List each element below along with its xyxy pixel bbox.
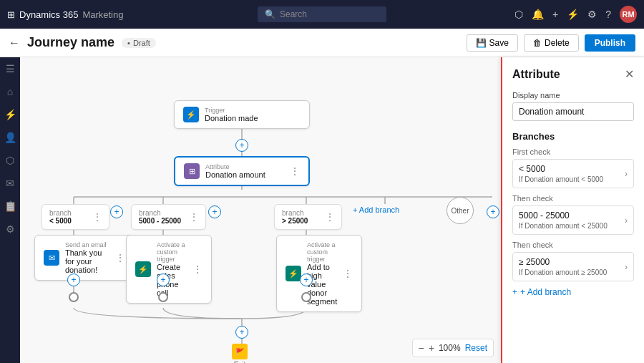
plus-below-3[interactable]: + [300, 274, 313, 286]
then-check-label-1: Then check [512, 194, 634, 203]
end-circle-1 [69, 292, 79, 302]
display-name-label: Display name [512, 91, 634, 100]
trigger-name: Donation made [205, 114, 258, 122]
add-branch-panel-btn[interactable]: + + Add branch [512, 287, 634, 297]
help-icon[interactable]: ? [605, 9, 611, 20]
sidebar-people-icon[interactable]: 👤 [4, 132, 16, 143]
add-after-trigger[interactable]: + [235, 139, 248, 152]
branch-sub-2: If Donation amount < 25000 [519, 222, 608, 230]
save-button[interactable]: 💾 Save [467, 34, 518, 52]
display-name-input[interactable] [512, 102, 634, 121]
trigger-node-2[interactable]: ⚡ Activate a custom trigger Add to high … [276, 235, 362, 312]
top-nav: ⊞ Dynamics 365 Marketing 🔍 Search ⬡ 🔔 + … [0, 0, 644, 29]
branch-chevron-3: › [625, 262, 628, 272]
email-node-type: Send an email [65, 241, 109, 248]
sidebar-menu-icon[interactable]: ☰ [6, 63, 15, 74]
search-placeholder: Search [280, 9, 307, 19]
trash-icon: 🗑 [533, 38, 542, 48]
branch-cond-1: < 5000 [519, 164, 603, 174]
email-node[interactable]: ✉ Send an email Thank you for your donat… [34, 235, 135, 281]
trigger-node-1-icon: ⚡ [135, 261, 151, 277]
search-bar[interactable]: 🔍 Search [258, 6, 386, 22]
add-branch-canvas-btn[interactable]: + Add branch [353, 205, 399, 214]
zoom-level: 100% [439, 343, 461, 353]
draft-label: Draft [133, 39, 150, 47]
sidebar-segments-icon[interactable]: ⬡ [6, 155, 14, 166]
plus-branch-2-right[interactable]: + [208, 205, 221, 218]
avatar[interactable]: RM [620, 6, 637, 23]
branch-box-3[interactable]: branch > 25000 ⋮ [274, 204, 342, 230]
sidebar-settings-icon[interactable]: ⚙ [6, 223, 15, 235]
branch-sub-1: If Donation amount < 5000 [519, 175, 603, 183]
sidebar-email-icon[interactable]: ✉ [6, 178, 14, 189]
filter-icon[interactable]: ⚡ [567, 9, 579, 20]
branch-check-1[interactable]: < 5000 If Donation amount < 5000 › [512, 159, 634, 188]
branch-box-2[interactable]: branch 5000 - 25000 ⋮ [131, 204, 206, 230]
end-circle-3 [301, 292, 311, 302]
save-icon: 💾 [476, 38, 487, 48]
page-title: Journey name [27, 35, 114, 50]
branch-more-3[interactable]: ⋮ [326, 212, 334, 222]
trigger-type-label: Trigger [205, 107, 258, 114]
panel-close-button[interactable]: ✕ [625, 67, 634, 81]
plus-icon[interactable]: + [552, 9, 558, 20]
branch-more-2[interactable]: ⋮ [190, 212, 198, 222]
attribute-name: Donation amount [205, 170, 265, 179]
email-more-btn[interactable]: ⋮ [115, 252, 125, 263]
plus-center[interactable]: + [235, 326, 248, 339]
app-name: Dynamics 365 [19, 9, 78, 20]
trigger-2-more[interactable]: ⋮ [343, 268, 353, 279]
trigger-node-2-icon: ⚡ [286, 266, 301, 281]
trigger-node[interactable]: ⚡ Trigger Donation made [174, 100, 310, 129]
zoom-controls: − + 100% Reset [412, 339, 494, 357]
trigger-1-more[interactable]: ⋮ [192, 263, 203, 275]
other-bubble: Other [447, 197, 474, 224]
attribute-icon: ⊞ [184, 163, 200, 179]
sidebar-home-icon[interactable]: ⌂ [7, 86, 13, 97]
breadcrumb-bar: ← Journey name • Draft 💾 Save 🗑 Delete P… [0, 29, 644, 57]
branch-check-3[interactable]: ≥ 25000 If Donation amount ≥ 25000 › [512, 252, 634, 281]
add-branch-label: + Add branch [520, 287, 571, 297]
exit-icon: 🚩 [232, 344, 248, 359]
add-branch-icon: + [512, 287, 517, 297]
other-label: Other [451, 207, 469, 215]
plus-below-2[interactable]: + [157, 274, 170, 286]
app-module: Marketing [82, 9, 123, 20]
attribute-node[interactable]: ⊞ Attribute Donation amount ⋮ [174, 156, 310, 186]
main-layout: ☰ ⌂ ⚡ 👤 ⬡ ✉ 📋 ⚙ [0, 57, 644, 363]
attribute-type-label: Attribute [205, 163, 265, 170]
plus-below-1[interactable]: + [67, 274, 80, 286]
sidebar-journey-icon[interactable]: ⚡ [4, 109, 16, 120]
bell-icon[interactable]: 🔔 [532, 9, 544, 20]
delete-button[interactable]: 🗑 Delete [524, 34, 579, 52]
branch-chevron-2: › [625, 216, 628, 226]
branch-box-1[interactable]: branch < 5000 ⋮ [42, 204, 109, 230]
email-node-icon: ✉ [44, 250, 59, 266]
settings-icon[interactable]: ⚙ [587, 9, 597, 20]
trigger-node-1-type: Activate a custom trigger [157, 241, 187, 263]
trigger-node-1[interactable]: ⚡ Activate a custom trigger Create sales… [126, 235, 212, 304]
nav-icons: ⬡ 🔔 + ⚡ ⚙ ? RM [514, 6, 637, 23]
attribute-more-btn[interactable]: ⋮ [290, 165, 300, 177]
reset-button[interactable]: Reset [465, 343, 487, 353]
trigger-node-2-type: Activate a custom trigger [307, 241, 337, 263]
branch-more-1[interactable]: ⋮ [93, 212, 102, 222]
branch-chevron-1: › [625, 169, 628, 179]
plus-other-right[interactable]: + [487, 205, 499, 218]
plus-branch-1-right[interactable]: + [110, 205, 123, 218]
draft-dot: • [127, 39, 130, 47]
sidebar-forms-icon[interactable]: 📋 [4, 200, 16, 212]
back-button[interactable]: ← [9, 37, 20, 49]
email-node-name: Thank you for your donation! [65, 248, 109, 274]
monitor-icon[interactable]: ⬡ [514, 9, 523, 20]
zoom-out-button[interactable]: − [419, 342, 424, 354]
trigger-icon: ⚡ [183, 107, 199, 122]
first-check-label: First check [512, 147, 634, 156]
branch-check-2[interactable]: 5000 - 25000 If Donation amount < 25000 … [512, 205, 634, 235]
branch-cond-3: ≥ 25000 [519, 257, 607, 267]
trigger-node-2-name: Add to high value donor segment [307, 263, 337, 306]
branches-section-title: Branches [512, 131, 634, 142]
zoom-in-button[interactable]: + [429, 342, 434, 354]
publish-button[interactable]: Publish [585, 34, 635, 52]
exit-node: 🚩 Exit [232, 344, 248, 363]
